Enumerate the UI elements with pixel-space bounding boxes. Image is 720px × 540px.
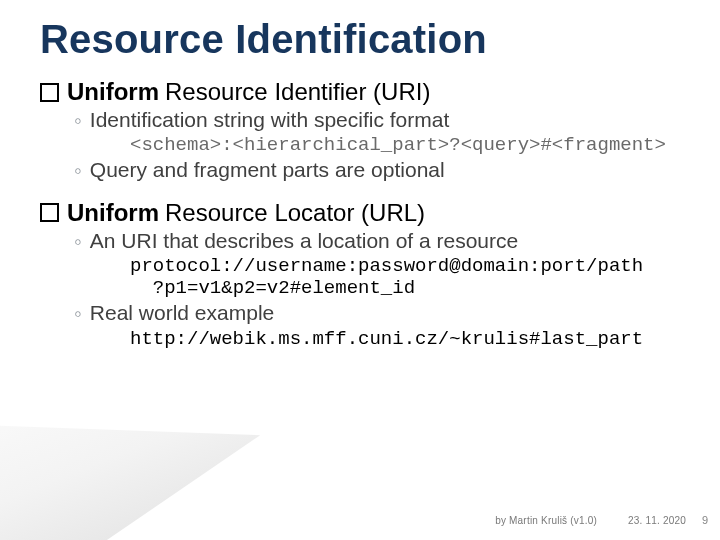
sub-list: ◦ Identification string with specific fo…	[74, 108, 690, 185]
footer-author: by Martin Kruliš (v1.0)	[495, 515, 597, 526]
item-text: Query and fragment parts are optional	[90, 158, 445, 182]
header-strong: Uniform	[67, 199, 159, 227]
angle-bullet-icon: ◦	[74, 158, 82, 184]
angle-bullet-icon: ◦	[74, 301, 82, 327]
header-text: Resource Identifier (URI)	[165, 78, 430, 106]
list-item: ◦ Query and fragment parts are optional	[74, 158, 690, 184]
slide: Resource Identification Uniform Resource…	[0, 0, 720, 540]
item-text: Real world example	[90, 301, 274, 325]
list-item: ◦ An URI that describes a location of a …	[74, 229, 690, 255]
page-number: 9	[702, 514, 708, 526]
footer-date: 23. 11. 2020	[628, 515, 686, 526]
header-text: Resource Locator (URL)	[165, 199, 425, 227]
code-line: protocol://username:password@domain:port…	[130, 255, 690, 299]
header-strong: Uniform	[67, 78, 159, 106]
item-text: An URI that describes a location of a re…	[90, 229, 518, 253]
section-url: Uniform Resource Locator (URL) ◦ An URI …	[40, 199, 690, 350]
angle-bullet-icon: ◦	[74, 108, 82, 134]
code-line: http://webik.ms.mff.cuni.cz/~krulis#last…	[130, 328, 690, 350]
checkbox-bullet-icon	[40, 83, 59, 102]
list-item: ◦ Real world example	[74, 301, 690, 327]
page-title: Resource Identification	[40, 18, 690, 60]
angle-bullet-icon: ◦	[74, 229, 82, 255]
section-uri: Uniform Resource Identifier (URI) ◦ Iden…	[40, 78, 690, 185]
sub-list: ◦ An URI that describes a location of a …	[74, 229, 690, 350]
item-text: Identification string with specific form…	[90, 108, 449, 132]
decorative-triangle	[0, 425, 260, 540]
footer: by Martin Kruliš (v1.0) 23. 11. 2020	[495, 515, 686, 526]
checkbox-bullet-icon	[40, 203, 59, 222]
section-header: Uniform Resource Identifier (URI)	[40, 78, 690, 106]
code-line: <schema>:<hierarchical_part>?<query>#<fr…	[130, 134, 690, 156]
section-header: Uniform Resource Locator (URL)	[40, 199, 690, 227]
list-item: ◦ Identification string with specific fo…	[74, 108, 690, 134]
